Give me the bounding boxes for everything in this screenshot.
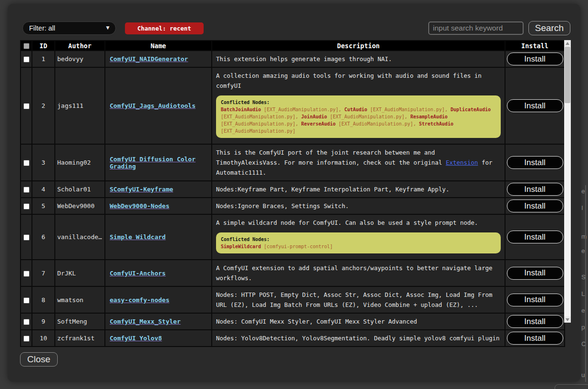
table-row: 4Scholar01SComfyUI-KeyframeNodes:Keyfram… xyxy=(21,181,565,198)
close-button[interactable]: Close xyxy=(20,352,58,367)
node-name-link[interactable]: ComfyUI_Mexx_Styler xyxy=(110,318,181,325)
background-text-fragment: e xyxy=(581,307,588,315)
install-button[interactable]: Install xyxy=(507,200,563,212)
install-button[interactable]: Install xyxy=(507,99,563,112)
background-text-fragment: L xyxy=(581,290,588,299)
row-name-cell: ComfyUI Diffusion Color Grading xyxy=(105,144,212,181)
background-dialog-edge xyxy=(555,384,588,389)
column-header-author: Author xyxy=(55,41,105,51)
conflicted-node-file: [comfyui-prompt-control] xyxy=(261,244,333,249)
row-name-cell: easy-comfy-nodes xyxy=(105,286,212,313)
node-name-link[interactable]: easy-comfy-nodes xyxy=(110,296,169,304)
row-author: SoftMeng xyxy=(55,313,105,330)
node-name-link[interactable]: ComfyUI_Jags_Audiotools xyxy=(110,102,196,109)
row-install-cell: Install xyxy=(505,313,565,330)
table-row: 10zcfrank1stComfyUI Yolov8Nodes: Yolov8D… xyxy=(21,330,565,347)
row-checkbox[interactable] xyxy=(23,103,30,109)
install-button[interactable]: Install xyxy=(507,156,563,169)
scrollbar-thumb[interactable] xyxy=(565,47,570,103)
row-name-cell: ComfyUI_NAIDGenerator xyxy=(105,51,212,67)
table-row: 9SoftMengComfyUI_Mexx_StylerNodes: Comfy… xyxy=(21,313,565,330)
row-checkbox[interactable] xyxy=(23,271,30,277)
row-description: A simple wildcard node for ComfyUI. Can … xyxy=(212,214,505,260)
row-id: 4 xyxy=(32,181,55,198)
table-row: 6vanillacode…Simple WildcardA simple wil… xyxy=(21,214,565,260)
table-row: 1bedovyyComfyUI_NAIDGeneratorThis extens… xyxy=(21,51,565,67)
conflicted-node-name: SimpleWildcard xyxy=(221,244,261,249)
conflicted-node-file: [EXT_AudioManipulation.py] xyxy=(221,128,296,134)
conflicted-node-name: ResampleAudio xyxy=(410,114,447,119)
row-checkbox-cell xyxy=(21,313,32,330)
row-name-cell: ComfyUI_Jags_Audiotools xyxy=(105,67,212,144)
row-description: Nodes: Yolov8Detection, Yolov8Segmentati… xyxy=(212,330,505,347)
conflicted-node-file: [EXT_AudioManipulation.py], xyxy=(367,107,451,112)
row-checkbox[interactable] xyxy=(23,187,30,193)
row-checkbox[interactable] xyxy=(23,56,30,63)
install-button[interactable]: Install xyxy=(507,231,563,243)
custom-nodes-dialog: Filter: all ▼ Channel: recent Search ID … xyxy=(8,4,580,382)
row-install-cell: Install xyxy=(505,260,565,286)
column-header-id: ID xyxy=(32,41,55,51)
node-name-link[interactable]: SComfyUI-Keyframe xyxy=(110,186,173,193)
node-name-link[interactable]: ComfyUI Diffusion Color Grading xyxy=(110,156,196,170)
conflicted-nodes-list: BatchJoinAudio [EXT_AudioManipulation.py… xyxy=(221,106,496,135)
conflicted-node-file: [EXT_AudioManipulation.py], xyxy=(221,121,301,126)
filter-select[interactable]: Filter: all xyxy=(22,21,116,35)
column-header-description: Description xyxy=(212,41,505,51)
row-checkbox[interactable] xyxy=(23,336,30,342)
conflicted-nodes-list: SimpleWildcard [comfyui-prompt-control] xyxy=(221,243,496,250)
row-id: 9 xyxy=(32,313,55,330)
row-checkbox-cell xyxy=(21,67,32,144)
row-checkbox[interactable] xyxy=(23,234,30,241)
node-name-link[interactable]: Simple Wildcard xyxy=(110,233,165,241)
row-description: Nodes: HTTP POST, Empty Dict, Assoc Str,… xyxy=(212,286,505,313)
column-header-install: Install xyxy=(505,41,565,51)
node-name-link[interactable]: ComfyUI_NAIDGenerator xyxy=(110,55,188,63)
nodes-table: ID Author Name Description Install 1bedo… xyxy=(20,40,565,347)
row-install-cell: Install xyxy=(505,144,565,181)
toolbar: Filter: all ▼ Channel: recent Search xyxy=(22,21,570,35)
table-scrollbar[interactable] xyxy=(564,40,571,323)
row-description: Nodes:Keyframe Part, Keyframe Interpolat… xyxy=(212,181,505,198)
conflicted-node-file: [EXT_AudioManipulation.py], xyxy=(261,107,344,112)
scroll-up-button[interactable] xyxy=(564,40,571,46)
node-name-link[interactable]: ComfyUI-Anchors xyxy=(110,270,165,277)
install-button[interactable]: Install xyxy=(507,332,563,345)
row-name-cell: SComfyUI-Keyframe xyxy=(105,181,212,198)
row-checkbox-cell xyxy=(21,214,32,260)
row-checkbox[interactable] xyxy=(23,203,30,210)
install-button[interactable]: Install xyxy=(507,294,563,306)
arrow-down-icon xyxy=(566,318,569,321)
row-name-cell: WebDev9000-Nodes xyxy=(105,198,212,214)
row-author: vanillacode… xyxy=(55,214,105,260)
table-header-row: ID Author Name Description Install xyxy=(21,41,565,51)
row-author: DrJKL xyxy=(55,260,105,286)
row-author: Scholar01 xyxy=(55,181,105,198)
description-link[interactable]: Extension xyxy=(446,159,478,166)
scroll-down-button[interactable] xyxy=(564,316,571,323)
row-checkbox[interactable] xyxy=(23,160,30,166)
conflicted-node-name: StretchAudio xyxy=(419,121,453,126)
install-button[interactable]: Install xyxy=(507,183,563,196)
node-name-link[interactable]: WebDev9000-Nodes xyxy=(110,202,169,210)
row-description: Nodes:Ignore Braces, Settings Switch. xyxy=(212,198,505,214)
row-description: Nodes: ComfyUI Mexx Styler, ComfyUI Mexx… xyxy=(212,313,505,330)
row-id: 2 xyxy=(32,67,55,144)
search-input[interactable] xyxy=(428,21,524,35)
row-id: 3 xyxy=(32,144,55,181)
row-description: A ComfyUI extension to add spatial ancho… xyxy=(212,260,505,286)
install-button[interactable]: Install xyxy=(507,53,563,65)
row-checkbox[interactable] xyxy=(23,297,30,304)
row-checkbox-cell xyxy=(21,260,32,286)
select-all-checkbox[interactable] xyxy=(23,43,30,49)
node-name-link[interactable]: ComfyUI Yolov8 xyxy=(110,335,162,342)
row-checkbox[interactable] xyxy=(23,319,30,325)
conflicted-nodes-title: Conflicted Nodes: xyxy=(221,236,496,243)
row-install-cell: Install xyxy=(505,51,565,67)
row-install-cell: Install xyxy=(505,286,565,313)
filter-select-wrap: Filter: all ▼ xyxy=(22,21,116,35)
install-button[interactable]: Install xyxy=(507,267,563,280)
search-button[interactable]: Search xyxy=(528,21,570,35)
install-button[interactable]: Install xyxy=(507,315,563,328)
table-row: 2jags111ComfyUI_Jags_AudiotoolsA collect… xyxy=(21,67,565,144)
